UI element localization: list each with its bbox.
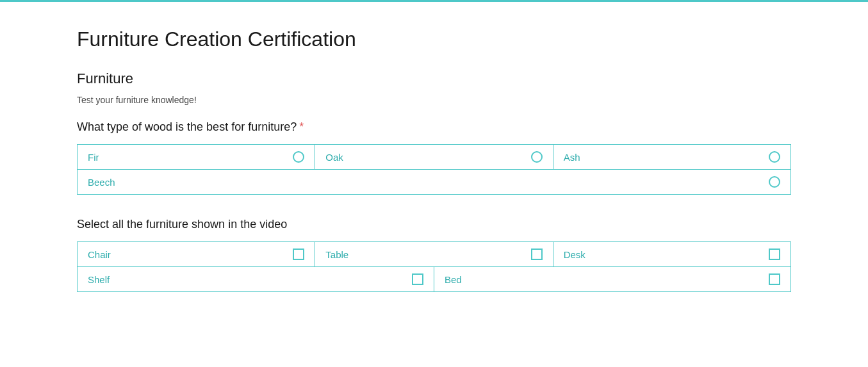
checkbox-desk[interactable]: [769, 249, 780, 260]
question1-row2: Beech: [77, 170, 791, 195]
option-fir-label: Fir: [88, 152, 99, 163]
option-chair[interactable]: Chair: [77, 241, 315, 267]
question2-row1: Chair Table Desk: [77, 241, 791, 267]
option-table-label: Table: [325, 249, 348, 260]
section-title: Furniture: [77, 70, 791, 87]
option-oak-label: Oak: [325, 152, 343, 163]
question2: Select all the furniture shown in the vi…: [77, 218, 791, 292]
option-desk-label: Desk: [564, 249, 585, 260]
option-ash-label: Ash: [564, 152, 580, 163]
question1-label: What type of wood is the best for furnit…: [77, 120, 791, 134]
section-furniture: Furniture Test your furniture knowledge!…: [77, 70, 791, 292]
section-description: Test your furniture knowledge!: [77, 95, 791, 105]
radio-oak[interactable]: [531, 151, 543, 163]
page-title: Furniture Creation Certification: [77, 28, 791, 51]
required-star: *: [299, 120, 304, 133]
option-bed-label: Bed: [445, 274, 462, 285]
question1: What type of wood is the best for furnit…: [77, 120, 791, 195]
question2-label: Select all the furniture shown in the vi…: [77, 218, 791, 231]
option-chair-label: Chair: [88, 249, 111, 260]
question1-row1: Fir Oak Ash: [77, 144, 791, 170]
radio-ash[interactable]: [769, 151, 780, 163]
checkbox-shelf[interactable]: [412, 273, 423, 285]
radio-beech[interactable]: [769, 176, 780, 188]
option-ash[interactable]: Ash: [553, 144, 791, 170]
option-beech[interactable]: Beech: [77, 170, 791, 195]
checkbox-chair[interactable]: [293, 249, 304, 260]
option-oak[interactable]: Oak: [315, 144, 552, 170]
option-shelf[interactable]: Shelf: [77, 267, 434, 292]
option-fir[interactable]: Fir: [77, 144, 315, 170]
checkbox-table[interactable]: [531, 249, 543, 260]
option-shelf-label: Shelf: [88, 274, 110, 285]
question2-row2: Shelf Bed: [77, 267, 791, 292]
option-bed[interactable]: Bed: [434, 267, 791, 292]
option-beech-label: Beech: [88, 177, 115, 188]
page-container: Furniture Creation Certification Furnitu…: [0, 0, 868, 367]
option-table[interactable]: Table: [315, 241, 552, 267]
option-desk[interactable]: Desk: [553, 241, 791, 267]
checkbox-bed[interactable]: [769, 273, 780, 285]
question1-options: Fir Oak Ash Beech: [77, 144, 791, 195]
radio-fir[interactable]: [293, 151, 304, 163]
question2-options: Chair Table Desk Shelf: [77, 241, 791, 292]
